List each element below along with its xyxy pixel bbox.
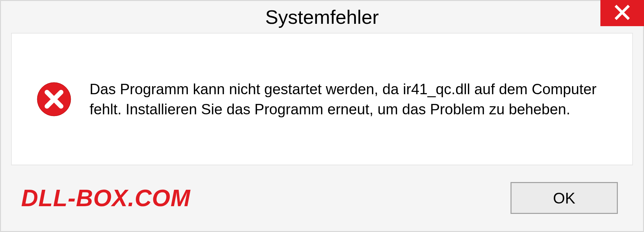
error-dialog: Systemfehler Das Programm kann nicht ges…	[0, 0, 644, 232]
close-icon	[614, 5, 630, 21]
error-message: Das Programm kann nicht gestartet werden…	[90, 79, 614, 119]
error-icon	[37, 82, 71, 116]
content-panel: Das Programm kann nicht gestartet werden…	[11, 33, 633, 165]
titlebar: Systemfehler	[1, 1, 643, 33]
close-button[interactable]	[600, 0, 644, 26]
dialog-footer: DLL-BOX.COM OK	[1, 165, 643, 231]
ok-button[interactable]: OK	[511, 182, 618, 214]
watermark-text: DLL-BOX.COM	[21, 185, 191, 212]
dialog-title: Systemfehler	[265, 6, 379, 28]
ok-button-label: OK	[553, 189, 575, 207]
